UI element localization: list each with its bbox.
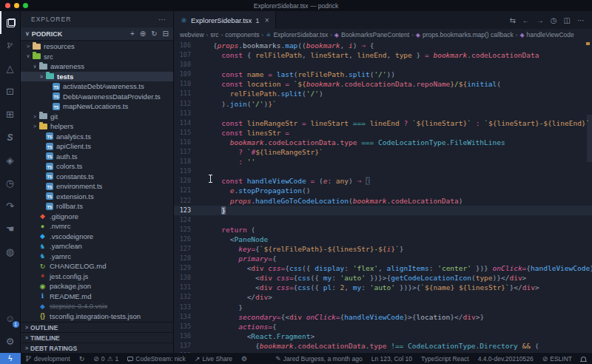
code-line[interactable]: 136 <React.Fragment> xyxy=(174,331,592,341)
hand-icon[interactable]: ☚ xyxy=(0,218,21,240)
code-line[interactable]: 135 actions={ xyxy=(174,322,592,331)
new-file-icon[interactable]: + xyxy=(130,30,135,38)
new-folder-icon[interactable]: ⊕ xyxy=(140,30,146,38)
tree-item-git[interactable]: >git xyxy=(21,112,173,122)
tree-item-helpers[interactable]: >helpers xyxy=(21,121,173,132)
panel-debt-ratings[interactable]: >DEBT RATINGS xyxy=(21,343,173,353)
code-line[interactable]: 106 {props.bookmarks.map((bookmark, i) ⇒… xyxy=(174,41,592,50)
breadcrumb-explorersidebar-tsx[interactable]: ⚛ExplorerSidebar.tsx xyxy=(266,31,328,38)
tree-item-mapnewlocations-ts[interactable]: TSmapNewLocations.ts xyxy=(21,101,173,112)
code-line[interactable]: 127 key={`${relFilePath}-${linesStr}-${i… xyxy=(174,244,592,254)
close-window-icon[interactable] xyxy=(5,3,10,8)
codestream-logo-icon[interactable]: S xyxy=(0,126,21,149)
code-line[interactable]: 129 <div css={css({ display: 'flex', ali… xyxy=(174,263,592,273)
code-line[interactable]: 120 const handleViewCode = (e: any) ⇒ { xyxy=(174,176,592,186)
tree-item--vscodeignore[interactable]: ◆.vscodeignore xyxy=(21,232,173,242)
collapse-all-icon[interactable]: ⊟ xyxy=(163,30,169,38)
live-share-indicator[interactable]: ↗Live Share xyxy=(190,353,237,364)
stepsize-logo[interactable]: ϟ xyxy=(0,353,21,364)
tree-item--yarnrc[interactable]: ♞.yarnrc xyxy=(21,252,173,262)
code-line[interactable]: 109 const name = last(relFilePath.split(… xyxy=(174,70,592,79)
source-control-icon[interactable] xyxy=(0,34,21,57)
tree-item-auth-ts[interactable]: TSauth.ts xyxy=(21,152,173,162)
open-changes-icon[interactable]: ⇆ xyxy=(509,16,515,24)
breadcrumb-props-bookmarks-map-callback[interactable]: ◈props.bookmarks.map() callback xyxy=(416,31,514,38)
branch-indicator[interactable]: development xyxy=(21,353,75,364)
tree-item-stepsize-0-4-0-vsix[interactable]: ◆stepsize-0.4.0.vsix xyxy=(21,301,173,311)
tree-item--yarnclean[interactable]: ♞.yarnclean xyxy=(21,241,173,252)
code-line[interactable]: 125 return ( xyxy=(174,225,592,235)
zoom-window-icon[interactable] xyxy=(23,3,28,8)
tree-item-activatedebtawareness-ts[interactable]: TSactivateDebtAwareness.ts xyxy=(21,81,173,92)
code-line-active[interactable]: 123 } xyxy=(174,206,592,215)
breadcrumb-bookmarkspanecontent[interactable]: ◈BookmarksPaneContent xyxy=(334,31,409,38)
traffic-lights[interactable] xyxy=(5,3,28,8)
minimize-window-icon[interactable] xyxy=(14,3,19,8)
tree-item-extension-ts[interactable]: TSextension.ts xyxy=(21,192,173,202)
redo-arrow-icon[interactable]: ↷ xyxy=(0,195,21,218)
tree-item-debtawarenessdataprovider-ts[interactable]: TSDebtAwarenessDataProvider.ts xyxy=(21,92,173,102)
tree-item-tsconfig-integration-tests-json[interactable]: {}tsconfig.integration-tests.json xyxy=(21,311,173,322)
tree-item-readme-md[interactable]: ℹREADME.md xyxy=(21,291,173,302)
code-line[interactable]: 124 xyxy=(174,215,592,225)
code-line[interactable]: 130 <div css={css({ my: 'auto' })}>{getC… xyxy=(174,273,592,283)
back-icon[interactable]: ← xyxy=(522,16,530,24)
breadcrumb-components[interactable]: components xyxy=(225,31,259,38)
tree-item-awareness[interactable]: ∨awareness xyxy=(21,61,173,72)
code-line[interactable]: 110 const location = `${bookmark.codeLoc… xyxy=(174,79,592,89)
tree-item-src[interactable]: ∨src xyxy=(21,52,173,62)
scrollbar-thumb[interactable] xyxy=(587,115,592,162)
tree-item-tests[interactable]: >tests xyxy=(21,72,173,82)
forward-icon[interactable]: → xyxy=(536,16,544,24)
codestream-indicator[interactable]: CodeStream: nick xyxy=(123,353,190,364)
tree-item-changelog-md[interactable]: ↻CHANGELOG.md xyxy=(21,261,173,272)
code-line[interactable]: 137 {bookmark.codeLocationData.type !== … xyxy=(174,341,592,351)
code-area[interactable]: 106 {props.bookmarks.map((bookmark, i) ⇒… xyxy=(174,41,592,353)
extensions-icon[interactable]: ⊞ xyxy=(0,103,21,126)
code-line[interactable]: 121 e.stopPropagation() xyxy=(174,186,592,195)
refresh-icon[interactable]: ↻ xyxy=(151,30,157,38)
notifications-bell[interactable] xyxy=(576,353,592,364)
breadcrumb-webview[interactable]: webview xyxy=(180,31,204,38)
version-indicator[interactable]: 4.4.0-dev.20210526 xyxy=(474,353,538,364)
sentry-logo-icon[interactable]: ◈ xyxy=(0,149,21,172)
tree-item-colors-ts[interactable]: TScolors.ts xyxy=(21,161,173,172)
code-line[interactable]: 128 primary={ xyxy=(174,254,592,263)
timeline-icon[interactable]: ◷ xyxy=(551,16,557,24)
problems-indicator[interactable]: ⊘0⚠1 xyxy=(89,353,123,364)
explorer-more-icon[interactable]: ··· xyxy=(158,16,166,24)
breadcrumb-src[interactable]: src xyxy=(210,31,218,38)
test-flask-icon[interactable]: △ xyxy=(0,57,21,80)
debug-console-icon[interactable]: ⊡ xyxy=(0,80,21,103)
code-line[interactable]: 108 xyxy=(174,60,592,70)
code-line[interactable]: 116 bookmark.codeLocationData.type === C… xyxy=(174,138,592,147)
code-line[interactable]: 111 relFilePath.split('/') xyxy=(174,89,592,98)
eslint-indicator[interactable]: ⊘ESLINT xyxy=(538,353,576,364)
settings-gear-icon[interactable]: ⚙ xyxy=(0,330,21,353)
swirl-icon[interactable]: ◍ xyxy=(0,240,21,263)
code-line[interactable]: 107 const { relFilePath, lineStart, line… xyxy=(174,50,592,60)
code-line[interactable]: 118 : '' xyxy=(174,157,592,166)
code-line[interactable]: 113 xyxy=(174,109,592,118)
code-line[interactable]: 133 } xyxy=(174,303,592,312)
breadcrumb-handleviewcode[interactable]: ◈handleViewCode xyxy=(519,31,574,38)
tree-item-jest-config-js[interactable]: ✶jest.config.js xyxy=(21,272,173,282)
panel-timeline[interactable]: >TIMELINE xyxy=(21,332,173,343)
code-line[interactable]: 131 <div css={css({ pl: 2, my: 'auto' })… xyxy=(174,283,592,292)
language-mode[interactable]: TypeScript React xyxy=(417,353,474,364)
sync-indicator[interactable]: ↻ xyxy=(75,353,90,364)
timeline-clock-icon[interactable]: ◷ xyxy=(0,172,21,195)
code-line[interactable]: 114 const lineRangeStr = lineStart === l… xyxy=(174,118,592,128)
code-line[interactable]: 126 <PaneNode xyxy=(174,235,592,244)
code-line[interactable]: 119 xyxy=(174,166,592,176)
blame-indicator[interactable]: ✎Jared Burgess, a month ago xyxy=(271,353,366,364)
code-line[interactable]: 138 <Icon xyxy=(174,351,592,353)
tab-explorersidebar[interactable]: ⚛ ExplorerSidebar.tsx 1 × xyxy=(174,11,276,29)
more-actions-icon[interactable]: ⋯ xyxy=(577,16,585,24)
tree-item--gitignore[interactable]: ◆.gitignore xyxy=(21,212,173,222)
tree-item-package-json[interactable]: ◉package.json xyxy=(21,281,173,291)
code-line[interactable]: 112 ).join('/')}` xyxy=(174,99,592,109)
tree-item-constants-ts[interactable]: TSconstants.ts xyxy=(21,172,173,182)
code-line[interactable]: 117 ? `#${lineRangeStr}` xyxy=(174,147,592,157)
tree-item--nvmrc[interactable]: ●.nvmrc xyxy=(21,221,173,232)
